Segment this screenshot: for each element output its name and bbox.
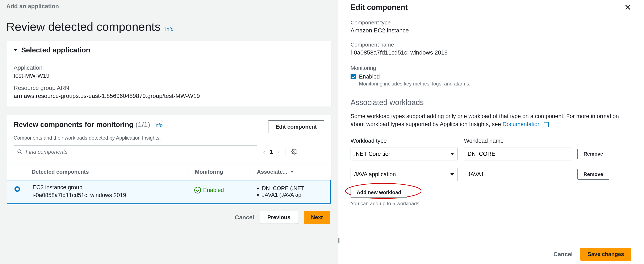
workload-row: Remove <box>350 148 632 160</box>
search-icon <box>17 149 22 155</box>
cancel-button[interactable]: Cancel <box>554 251 573 258</box>
col-detected-components[interactable]: Detected components <box>32 169 188 175</box>
row-radio[interactable] <box>14 184 32 192</box>
workload-type-select[interactable] <box>350 148 458 160</box>
associated-workloads-description: Some workload types support adding only … <box>350 112 632 128</box>
add-new-workload-button[interactable]: Add new workload <box>350 187 407 198</box>
application-label: Application <box>14 64 324 71</box>
status-enabled-icon <box>194 187 201 193</box>
close-icon[interactable]: ✕ <box>624 3 632 12</box>
toolbar-separator <box>285 148 286 156</box>
page-number: 1 <box>270 149 273 155</box>
components-count: (1/1) <box>136 120 150 128</box>
edit-component-title: Edit component <box>350 3 408 12</box>
previous-button[interactable]: Previous <box>260 211 298 224</box>
svg-point-0 <box>18 150 21 153</box>
external-link-icon <box>544 122 549 127</box>
page-title-text: Review detected components <box>6 20 161 33</box>
edit-component-button[interactable]: Edit component <box>268 120 324 133</box>
next-page-icon[interactable]: › <box>278 149 279 155</box>
add-workload-hint: You can add up to 5 workloads <box>350 201 632 207</box>
selected-application-panel: Selected application Application test-MW… <box>6 41 332 107</box>
application-value: test-MW-W19 <box>14 72 324 79</box>
workload-row: Remove <box>350 168 632 181</box>
review-components-info-link[interactable]: Info <box>154 122 162 128</box>
breadcrumb: Add an application <box>0 0 338 10</box>
monitoring-status: Enabled <box>203 187 224 193</box>
review-components-subtitle: Components and their workloads detected … <box>6 135 331 146</box>
monitoring-enabled-label: Enabled <box>359 73 470 80</box>
pagination: ‹ 1 › <box>263 149 279 155</box>
workload-name-label: Workload name <box>464 138 571 144</box>
monitoring-hint: Monitoring includes key metrics, logs, a… <box>359 81 470 87</box>
workload-name-input[interactable] <box>464 168 571 181</box>
remove-workload-button[interactable]: Remove <box>578 169 609 180</box>
component-id: i-0a0858a7fd11cd51c: windows 2019 <box>32 192 187 199</box>
table-row[interactable]: EC2 instance group i-0a0858a7fd11cd51c: … <box>7 180 331 204</box>
monitoring-enabled-checkbox[interactable] <box>350 74 356 79</box>
cancel-button[interactable]: Cancel <box>235 214 254 221</box>
prev-page-icon[interactable]: ‹ <box>263 149 265 155</box>
review-components-panel: Review components for monitoring (1/1) I… <box>6 115 332 205</box>
gear-icon[interactable] <box>291 149 297 155</box>
workload-name-input[interactable] <box>464 148 571 160</box>
col-monitoring[interactable]: Monitoring <box>188 169 250 175</box>
resource-group-arn-label: Resource group ARN <box>14 85 324 91</box>
documentation-link[interactable]: Documentation <box>502 121 541 127</box>
component-name: EC2 instance group <box>32 184 187 191</box>
next-button[interactable]: Next <box>304 211 330 224</box>
col-associated-workloads[interactable]: Associate... <box>250 169 324 175</box>
selected-application-title: Selected application <box>21 46 90 54</box>
resource-group-arn-value: arn:aws:resource-groups:us-east-1:856960… <box>14 93 324 99</box>
component-type-label: Component type <box>350 19 632 26</box>
save-changes-button[interactable]: Save changes <box>580 248 632 261</box>
workload-entry: DN_CORE (.NET <box>262 185 323 192</box>
svg-point-2 <box>294 151 295 153</box>
associated-workloads-heading: Associated workloads <box>350 98 632 107</box>
panel-drag-handle-icon[interactable]: || <box>338 237 340 243</box>
review-components-title: Review components for monitoring (1/1) <box>14 120 152 128</box>
workload-type-select[interactable] <box>350 168 458 181</box>
components-table-header: Detected components Monitoring Associate… <box>6 164 331 179</box>
workload-entry: JAVA1 (JAVA ap <box>262 192 323 198</box>
workload-type-label: Workload type <box>350 138 458 144</box>
page-title: Review detected components Info <box>6 20 332 34</box>
component-name-value: i-0a0858a7fd11cd51c: windows 2019 <box>350 49 632 56</box>
find-components-input[interactable] <box>14 146 257 158</box>
component-name-label: Component name <box>350 42 632 48</box>
svg-line-1 <box>20 152 22 153</box>
component-type-value: Amazon EC2 instance <box>350 27 632 34</box>
monitoring-label: Monitoring <box>350 65 632 71</box>
caret-down-icon <box>14 49 18 51</box>
info-link[interactable]: Info <box>165 26 174 32</box>
sort-caret-icon <box>291 171 294 173</box>
remove-workload-button[interactable]: Remove <box>578 149 609 159</box>
selected-application-header[interactable]: Selected application <box>6 41 331 59</box>
